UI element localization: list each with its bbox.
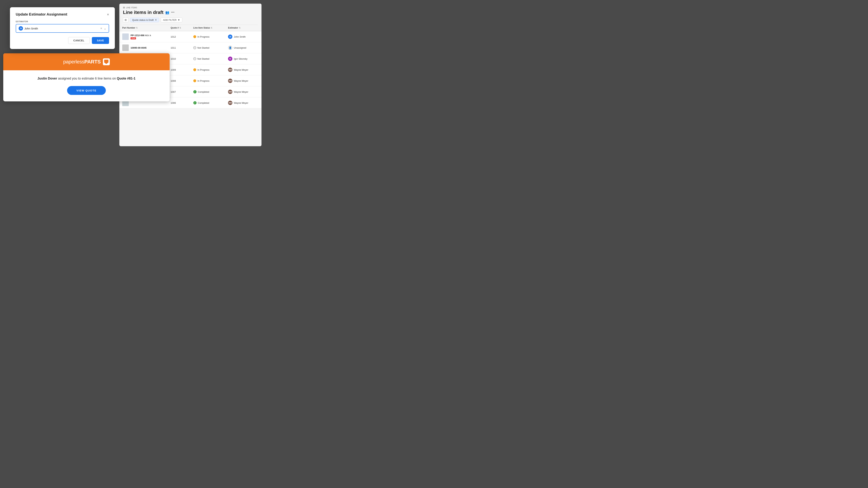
- filter-tag-label: Quote status is Draft: [132, 19, 154, 21]
- status-cell: ✓Completed: [190, 87, 225, 97]
- filter-funnel-icon: ▼: [178, 19, 180, 21]
- email-message: Justin Dover assigned you to estimate 6 …: [10, 76, 162, 81]
- add-filter-label: ADD FILTER: [163, 19, 177, 21]
- quote-number-cell: 1011: [168, 42, 190, 53]
- quote-number-cell: 1007: [168, 87, 190, 97]
- estimator-cell: 👤Unassigned: [225, 42, 261, 53]
- breadcrumb: ⊞ LINE ITEMS: [123, 6, 258, 9]
- estimator-avatar: WM: [228, 78, 232, 83]
- estimator-cell: WMWayne Meyer: [225, 87, 261, 97]
- sort-icon-quote[interactable]: ⇅: [179, 27, 181, 29]
- status-label: Not Started: [197, 58, 209, 60]
- table-row[interactable]: PP-1212-066 REV A ITAR 1012In ProgressJS…: [119, 31, 261, 42]
- quote-number-cell: 1006: [168, 97, 190, 108]
- sort-icon-estimator[interactable]: ⇅: [239, 27, 241, 29]
- estimator-cell: WMWayne Meyer: [225, 64, 261, 75]
- estimator-avatar: WM: [228, 101, 232, 105]
- email-body: Justin Dover assigned you to estimate 6 …: [3, 70, 169, 101]
- status-cell: In Progress: [190, 31, 225, 42]
- status-indicator: [193, 57, 196, 60]
- table-row[interactable]: 10095-00-0045 1011Not Started👤Unassigned: [119, 42, 261, 53]
- estimator-name: Wayne Meyer: [234, 102, 248, 104]
- col-status: Line Item Status ⇅: [190, 25, 225, 31]
- status-indicator: [193, 35, 196, 38]
- quote-number-cell: 1008: [168, 75, 190, 87]
- modal-actions: CANCEL SAVE: [16, 37, 109, 44]
- status-cell: In Progress: [190, 75, 225, 87]
- status-label: In Progress: [197, 35, 209, 38]
- estimator-avatar: IS: [228, 57, 232, 61]
- status-label: Completed: [198, 91, 209, 93]
- part-name: 10095-00-0045: [130, 46, 147, 49]
- estimator-cell: ISIgor Sikorsky: [225, 53, 261, 64]
- estimator-input-field[interactable]: JS John Smith ✕ ⌄: [16, 24, 109, 33]
- filter-remove-icon[interactable]: ✕: [155, 19, 157, 21]
- estimator-avatar: JS: [228, 35, 232, 39]
- quote-number-cell: 1012: [168, 31, 190, 42]
- quote-reference: Quote #81-1: [117, 77, 135, 80]
- status-cell: In Progress: [190, 64, 225, 75]
- quote-number-cell: 1010: [168, 53, 190, 64]
- itar-badge: ITAR: [130, 37, 136, 39]
- quote-number-cell: 1009: [168, 64, 190, 75]
- grid-icon: ⊞: [123, 6, 125, 9]
- title-row: Line items in draft 👥 •••: [123, 9, 258, 15]
- input-clear-icon[interactable]: ✕: [100, 27, 102, 30]
- breadcrumb-label: LINE ITEMS: [126, 6, 137, 9]
- part-number-cell: PP-1212-066 REV A ITAR: [119, 31, 168, 42]
- modal-title: Update Estimator Assignment: [16, 12, 67, 17]
- col-part-number: Part Number ⇅: [119, 25, 168, 31]
- page-title: Line items in draft: [123, 9, 163, 15]
- estimator-avatar: 👤: [228, 45, 232, 50]
- logo-bold-text: PARTS: [84, 59, 100, 65]
- estimator-name: Igor Sikorsky: [234, 58, 247, 60]
- estimator-name: Unassigned: [234, 46, 246, 49]
- logo-light-text: paperless: [63, 59, 84, 65]
- logo-box-inner: [104, 60, 108, 64]
- filter-tag-draft: Quote status is Draft ✕: [130, 18, 159, 22]
- logo-box-icon: [103, 58, 110, 65]
- sort-icon-status[interactable]: ⇅: [211, 27, 212, 29]
- estimator-avatar: JS: [19, 26, 23, 31]
- logo-text: paperlessPARTS: [63, 59, 100, 65]
- estimator-name: John Smith: [234, 35, 246, 38]
- filter-row: ⊞ Quote status is Draft ✕ ADD FILTER ▼: [123, 18, 258, 25]
- estimator-field-label: ESTIMATOR: [16, 21, 109, 23]
- part-name: PP-1212-066 REV A: [130, 34, 151, 37]
- save-button[interactable]: SAVE: [92, 37, 109, 44]
- update-estimator-modal: Update Estimator Assignment × ESTIMATOR …: [10, 7, 115, 49]
- sort-icon-part[interactable]: ⇅: [136, 27, 137, 29]
- estimator-avatar: WM: [228, 68, 232, 72]
- estimator-avatar: WM: [228, 90, 232, 94]
- columns-button[interactable]: ⊞: [123, 18, 128, 23]
- estimator-cell: WMWayne Meyer: [225, 97, 261, 108]
- modal-header: Update Estimator Assignment ×: [16, 12, 109, 17]
- input-chevron-icon[interactable]: ⌄: [104, 27, 106, 30]
- status-label: In Progress: [197, 79, 209, 82]
- status-indicator: [193, 68, 196, 71]
- more-options-icon[interactable]: •••: [171, 10, 175, 14]
- estimator-cell: JSJohn Smith: [225, 31, 261, 42]
- email-notification-panel: paperlessPARTS Justin Dover assigned you…: [3, 53, 169, 101]
- users-icon[interactable]: 👥: [165, 10, 169, 14]
- status-cell: Not Started: [190, 42, 225, 53]
- view-quote-button[interactable]: VIEW QUOTE: [67, 86, 106, 95]
- col-estimator: Estimator ⇅: [225, 25, 261, 31]
- panel-header: ⊞ LINE ITEMS Line items in draft 👥 ••• ⊞…: [119, 4, 261, 25]
- cancel-button[interactable]: CANCEL: [68, 37, 90, 44]
- status-label: In Progress: [197, 68, 209, 71]
- modal-close-button[interactable]: ×: [107, 13, 109, 16]
- status-indicator: [193, 79, 196, 82]
- status-label: Completed: [198, 102, 209, 104]
- add-filter-button[interactable]: ADD FILTER ▼: [161, 18, 182, 23]
- email-header: paperlessPARTS: [3, 53, 169, 70]
- paperless-parts-logo: paperlessPARTS: [63, 58, 110, 65]
- estimator-name: Wayne Meyer: [234, 91, 248, 93]
- part-number-cell: 10095-00-0045: [119, 42, 168, 53]
- estimator-name: Wayne Meyer: [234, 79, 248, 82]
- status-cell: ✓Completed: [190, 97, 225, 108]
- status-cell: Not Started: [190, 53, 225, 64]
- status-indicator: ✓: [193, 90, 196, 93]
- status-label: Not Started: [197, 46, 209, 49]
- estimator-input-value: John Smith: [24, 27, 99, 30]
